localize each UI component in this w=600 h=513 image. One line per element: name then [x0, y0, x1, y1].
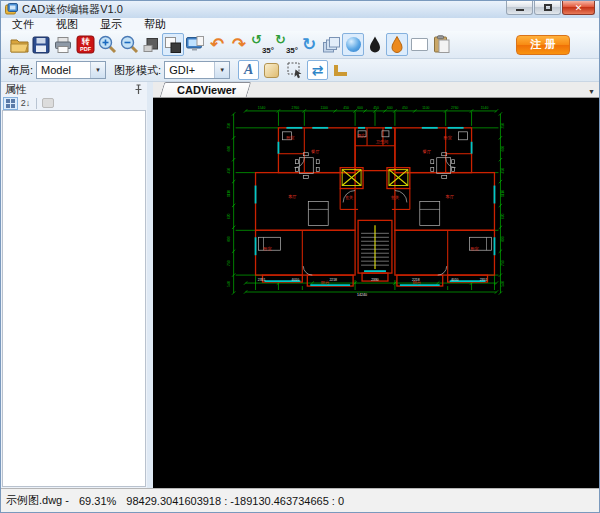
- print-button[interactable]: [52, 33, 74, 56]
- zoom-in-button[interactable]: [96, 33, 118, 56]
- layout-value: Model: [37, 64, 90, 76]
- properties-toolbar: 2↓: [1, 96, 147, 110]
- categorized-icon: [5, 98, 16, 109]
- app-window: CAD迷你编辑器V1.0 ✕ 文件 视图 显示 帮助: [0, 0, 600, 513]
- floorplan-drawing: 1540276011004506004506004501100276015407…: [153, 98, 599, 488]
- black-droplet-icon: [366, 35, 384, 54]
- note-button[interactable]: [261, 60, 282, 80]
- menu-view[interactable]: 视图: [45, 18, 89, 31]
- tab-label: CADViewer: [177, 84, 236, 96]
- ink-black-button[interactable]: [364, 33, 386, 56]
- property-pages-icon: [42, 98, 54, 108]
- white-rect-icon: [411, 38, 428, 51]
- select-marquee-button[interactable]: [284, 60, 305, 80]
- svg-text:2390: 2390: [371, 278, 379, 282]
- zoom-out-button[interactable]: [118, 33, 140, 56]
- layers-icon: [322, 36, 341, 54]
- status-coordinates: 98429.3041603918 : -189130.463734665 : 0: [126, 495, 344, 507]
- svg-text:阳台: 阳台: [413, 280, 421, 285]
- svg-text:1100: 1100: [422, 106, 429, 110]
- rotate-left-35-button[interactable]: ↺ 35°: [250, 33, 274, 56]
- svg-text:4010: 4010: [292, 278, 300, 282]
- app-icon: [5, 3, 18, 16]
- svg-text:450: 450: [373, 106, 379, 110]
- paste-icon: [432, 35, 451, 54]
- sort-alpha-icon: 2↓: [21, 99, 31, 108]
- svg-text:卧室: 卧室: [286, 135, 294, 140]
- save-button[interactable]: [30, 33, 52, 56]
- menu-display[interactable]: 显示: [89, 18, 133, 31]
- zoom-in-icon: [98, 35, 117, 54]
- select-marquee-icon: [286, 61, 304, 79]
- status-filename: 示例图.dwg -: [6, 493, 69, 508]
- register-button[interactable]: 注 册: [516, 35, 570, 55]
- open-button[interactable]: [8, 33, 30, 56]
- toolbar-separator: [36, 98, 37, 109]
- fit-screen-button[interactable]: [184, 33, 206, 56]
- menu-bar: 文件 视图 显示 帮助: [1, 18, 599, 31]
- minimize-button[interactable]: [506, 1, 533, 15]
- close-icon: ✕: [575, 3, 583, 13]
- rotate-right-degrees: 35°: [286, 46, 298, 55]
- categorized-button[interactable]: [3, 97, 18, 110]
- pdf-convert-icon: 转 PDF: [76, 35, 95, 54]
- printer-icon: [54, 36, 72, 54]
- open-folder-icon: [10, 36, 29, 54]
- svg-text:4010: 4010: [451, 278, 459, 282]
- menu-file[interactable]: 文件: [1, 18, 45, 31]
- swap-arrows-button[interactable]: ⇄: [307, 60, 328, 80]
- svg-text:750: 750: [501, 260, 505, 266]
- svg-text:450: 450: [227, 168, 231, 174]
- invert-colors-button[interactable]: [162, 33, 184, 56]
- maximize-button[interactable]: [534, 1, 561, 15]
- svg-text:450: 450: [402, 106, 408, 110]
- properties-panel: 属性 2↓: [1, 82, 147, 488]
- sort-alpha-button[interactable]: 2↓: [18, 97, 33, 110]
- color-swatch-button[interactable]: [140, 33, 162, 56]
- layers-button[interactable]: [320, 33, 342, 56]
- graphics-mode-select[interactable]: GDI+ ▼: [164, 61, 230, 79]
- layout-select[interactable]: Model ▼: [36, 61, 106, 79]
- menu-help[interactable]: 帮助: [133, 18, 177, 31]
- svg-text:660: 660: [227, 146, 231, 152]
- properties-body[interactable]: [2, 110, 146, 487]
- pdf-convert-button[interactable]: 转 PDF: [74, 33, 96, 56]
- window-title: CAD迷你编辑器V1.0: [22, 1, 123, 18]
- graphics-mode-label: 图形模式:: [114, 63, 161, 78]
- undo-button[interactable]: ↶: [206, 33, 228, 56]
- svg-text:2351: 2351: [480, 278, 488, 282]
- svg-text:450: 450: [501, 168, 505, 174]
- text-toggle-button[interactable]: A: [238, 60, 259, 80]
- background-blue-button[interactable]: [342, 33, 364, 56]
- svg-text:阳台: 阳台: [321, 280, 329, 285]
- maximize-icon: [544, 4, 552, 11]
- paste-button[interactable]: [430, 33, 452, 56]
- drawing-canvas[interactable]: 1540276011004506004506004501100276015407…: [153, 98, 599, 488]
- properties-header: 属性: [1, 82, 147, 96]
- svg-text:卫生间: 卫生间: [376, 139, 388, 145]
- property-pages-button[interactable]: [40, 97, 55, 110]
- rotate-right-35-button[interactable]: ↻ 35°: [274, 33, 298, 56]
- svg-text:600: 600: [227, 236, 231, 242]
- svg-text:客厅: 客厅: [446, 194, 454, 199]
- pin-icon[interactable]: [134, 84, 143, 95]
- zoom-out-icon: [120, 35, 139, 54]
- rotate-free-button[interactable]: ↻: [298, 33, 320, 56]
- svg-text:卧室: 卧室: [263, 246, 271, 251]
- ink-orange-button[interactable]: [386, 33, 408, 56]
- close-button[interactable]: ✕: [562, 1, 595, 15]
- svg-text:450: 450: [343, 106, 349, 110]
- corner-join-button[interactable]: [330, 60, 351, 80]
- corner-join-icon: [334, 65, 347, 76]
- options-toolbar: 布局: Model ▼ 图形模式: GDI+ ▼ A ⇄: [1, 59, 599, 82]
- background-white-button[interactable]: [408, 33, 430, 56]
- orange-droplet-icon: [388, 35, 406, 54]
- monitor-icon: [185, 35, 205, 54]
- color-swatch-icon: [142, 36, 160, 54]
- svg-text:2351: 2351: [258, 278, 266, 282]
- svg-text:540: 540: [227, 281, 231, 287]
- tab-list-dropdown[interactable]: ▼: [588, 88, 595, 95]
- tab-cadviewer[interactable]: CADViewer: [162, 82, 249, 97]
- svg-text:卧室: 卧室: [444, 135, 452, 140]
- redo-button[interactable]: ↷: [228, 33, 250, 56]
